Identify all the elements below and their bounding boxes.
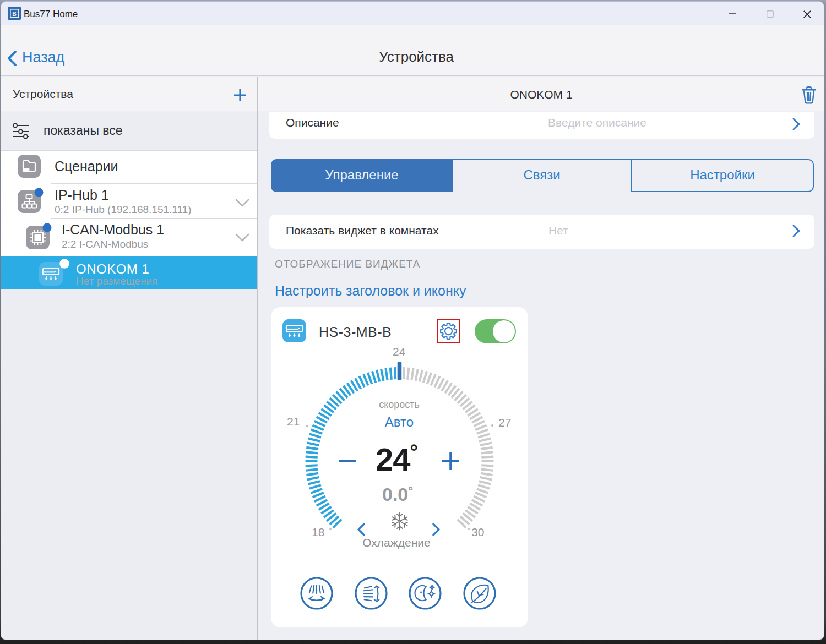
- svg-text:B: B: [12, 10, 17, 17]
